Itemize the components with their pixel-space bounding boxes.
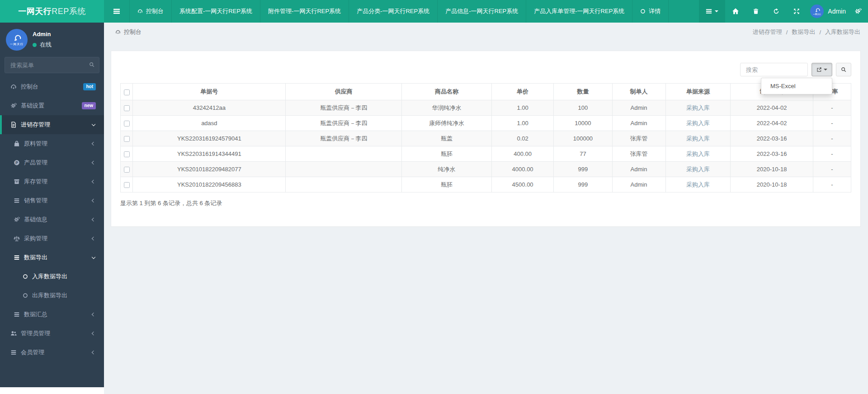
column-header-product[interactable]: 商品名称 xyxy=(402,84,492,100)
cell-product: 康师傅纯净水 xyxy=(402,116,492,131)
table-search-input[interactable] xyxy=(740,63,808,76)
tab-product-category[interactable]: 产品分类-一网天行REP系统 xyxy=(349,0,437,23)
sidebar-item-outbound-export[interactable]: 出库数据导出 xyxy=(0,286,104,305)
table-row[interactable]: YKS2203161924579041 瓶盖供应商－李四 瓶盖 0.02 100… xyxy=(121,131,851,146)
sidebar-item-data-summary[interactable]: 数据汇总 xyxy=(0,305,104,324)
column-header-qty[interactable]: 数量 xyxy=(554,84,612,100)
export-icon xyxy=(816,67,822,72)
cell-qty: 999 xyxy=(554,162,612,177)
tab-inbound-order-mgmt[interactable]: 产品入库单管理-一网天行REP系统 xyxy=(526,0,632,23)
chevron-down-icon xyxy=(92,122,95,126)
cell-product: 瓶胚 xyxy=(402,146,492,162)
row-checkbox[interactable] xyxy=(124,167,130,173)
export-button[interactable] xyxy=(811,63,832,76)
page-title[interactable]: 控制台 xyxy=(124,28,142,36)
search-icon xyxy=(841,67,846,72)
breadcrumb-item[interactable]: 数据导出 xyxy=(792,28,815,36)
table-row[interactable]: YKS2010182209456883 瓶胚 4500.00 999 Admin… xyxy=(121,177,851,192)
sidebar-item-purchasing[interactable]: 采购管理 xyxy=(0,229,104,248)
hot-badge: hot xyxy=(83,83,96,90)
select-all-checkbox[interactable] xyxy=(124,89,130,95)
chevron-left-icon xyxy=(92,142,95,145)
table-search-button[interactable] xyxy=(836,63,851,76)
export-option-ms-excel[interactable]: MS-Excel xyxy=(761,80,832,92)
cell-source: 采购入库 xyxy=(665,162,731,177)
column-header-source[interactable]: 单据来源 xyxy=(665,84,731,100)
cell-product: 华润纯净水 xyxy=(402,100,492,116)
sidebar-item-admin-mgmt[interactable]: 管理员管理 xyxy=(0,324,104,343)
user-name: Admin xyxy=(33,31,52,38)
cell-price: 4000.00 xyxy=(491,162,553,177)
table-row[interactable]: YKS2203161914344491 瓶胚 400.00 77 张库管 采购入… xyxy=(121,146,851,162)
breadcrumb-item[interactable]: 进销存管理 xyxy=(753,28,782,36)
column-header-creator[interactable]: 制单人 xyxy=(612,84,665,100)
cell-rate: - xyxy=(813,100,851,116)
sidebar-item-sales[interactable]: 销售管理 xyxy=(0,191,104,210)
column-header-supplier[interactable]: 供应商 xyxy=(286,84,402,100)
tab-dashboard[interactable]: 控制台 xyxy=(129,0,171,23)
sidebar-item-basic-info[interactable]: 基础信息 xyxy=(0,210,104,229)
column-header-price[interactable]: 单价 xyxy=(491,84,553,100)
cell-source: 采购入库 xyxy=(665,146,731,162)
avatar[interactable]: 一网天行 xyxy=(6,29,28,51)
trash-button[interactable] xyxy=(745,0,766,23)
sidebar-toggle-button[interactable] xyxy=(104,0,129,23)
users-icon xyxy=(10,330,17,337)
sidebar-item-dashboard[interactable]: 控制台 hot xyxy=(0,77,104,96)
caret-down-icon xyxy=(824,69,827,70)
row-checkbox[interactable] xyxy=(124,151,130,157)
breadcrumb-separator: / xyxy=(819,29,821,36)
sidebar-item-member-mgmt[interactable]: 会员管理 xyxy=(0,343,104,362)
column-header-order-no[interactable]: 单据号 xyxy=(133,84,286,100)
cell-qty: 999 xyxy=(554,177,612,192)
sidebar-item-data-export[interactable]: 数据导出 xyxy=(0,248,104,267)
search-icon xyxy=(89,62,94,67)
cell-creator: Admin xyxy=(612,162,665,177)
navbar-strip: 控制台 系统配置-一网天行REP系统 附件管理-一网天行REP系统 产品分类-一… xyxy=(104,0,868,23)
file-icon xyxy=(10,122,17,128)
archive-icon xyxy=(14,178,20,185)
cell-source: 采购入库 xyxy=(665,100,731,116)
tab-list-dropdown-button[interactable] xyxy=(699,0,725,23)
sidebar-item-inventory-mgmt[interactable]: 进销存管理 xyxy=(0,115,104,134)
sidebar-item-stock[interactable]: 库存管理 xyxy=(0,172,104,191)
tab-system-config[interactable]: 系统配置-一网天行REP系统 xyxy=(171,0,260,23)
user-avatar[interactable]: 一网天行 xyxy=(810,5,824,18)
sidebar-item-basic-settings[interactable]: 基础设置 new xyxy=(0,96,104,115)
tab-attachment-mgmt[interactable]: 附件管理-一网天行REP系统 xyxy=(260,0,349,23)
table-row[interactable]: YKS2010182209482077 纯净水 4000.00 999 Admi… xyxy=(121,162,851,177)
table-row[interactable]: 43242412aa 瓶盖供应商－李四 华润纯净水 1.00 100 Admin… xyxy=(121,100,851,116)
row-checkbox[interactable] xyxy=(124,105,130,111)
sidebar-item-raw-materials[interactable]: 原料管理 xyxy=(0,134,104,153)
tab-product-info[interactable]: 产品信息-一网天行REP系统 xyxy=(437,0,526,23)
sidebar-item-inbound-export[interactable]: 入库数据导出 xyxy=(0,267,104,286)
cell-price: 1.00 xyxy=(491,116,553,131)
cell-date: 2022-03-16 xyxy=(731,131,813,146)
circle-icon xyxy=(23,274,28,279)
sidebar: 一网天行 Admin 在线 控制台 hot 基础设置 xyxy=(0,23,104,387)
cell-price: 0.02 xyxy=(491,131,553,146)
menu-search-input[interactable] xyxy=(5,57,99,73)
fullscreen-button[interactable] xyxy=(786,0,807,23)
cell-qty: 100000 xyxy=(554,131,612,146)
table-row[interactable]: adasd 瓶盖供应商－李四 康师傅纯净水 1.00 10000 Admin 采… xyxy=(121,116,851,131)
dashboard-icon xyxy=(10,84,17,90)
tab-detail[interactable]: 详情 xyxy=(632,0,669,23)
cell-rate: - xyxy=(813,177,851,192)
row-checkbox[interactable] xyxy=(124,182,130,188)
gears-icon xyxy=(14,216,20,223)
refresh-button[interactable] xyxy=(766,0,786,23)
table-panel: MS-Excel 单据号 供应商 商品名称 单价 数量 xyxy=(111,51,861,227)
home-button[interactable] xyxy=(725,0,745,23)
breadcrumb-item[interactable]: 入库数据导出 xyxy=(825,28,860,36)
cell-supplier: 瓶盖供应商－李四 xyxy=(286,116,402,131)
settings-button[interactable] xyxy=(848,0,868,23)
user-menu-label[interactable]: Admin xyxy=(828,8,846,15)
navbar-actions: 一网天行 Admin xyxy=(699,0,868,23)
row-checkbox[interactable] xyxy=(124,136,130,142)
table-header-row: 单据号 供应商 商品名称 单价 数量 制单人 单据来源 制单日期 税率 xyxy=(121,84,851,100)
sidebar-item-products[interactable]: 产品管理 xyxy=(0,153,104,172)
row-checkbox[interactable] xyxy=(124,121,130,127)
cell-order-no: YKS2203161914344491 xyxy=(133,146,286,162)
tab-label: 产品入库单管理-一网天行REP系统 xyxy=(534,7,624,15)
